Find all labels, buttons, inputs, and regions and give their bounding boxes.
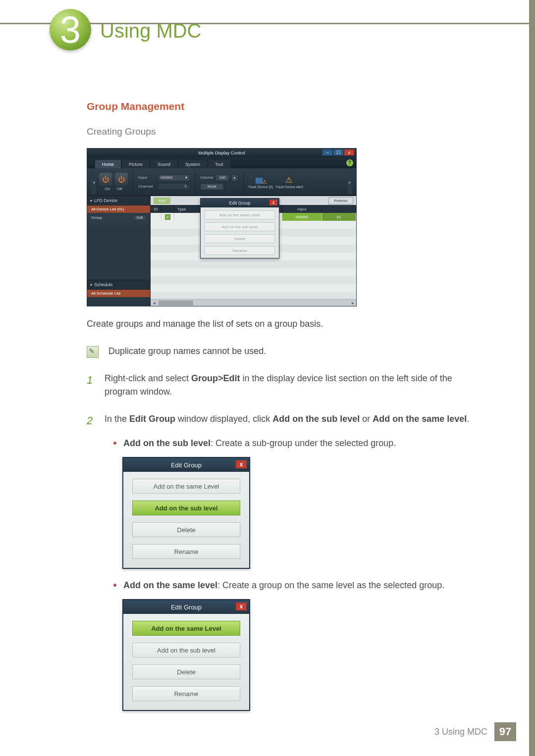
app-titlebar: Multiple Display Control – ☐ x [87,149,356,157]
bullet-list: Add on the same level: Create a group on… [113,579,478,592]
input-group: Input HDMI2 ▾ Channel ⇅ [138,174,190,190]
app-title: Multiple Display Control [198,151,245,155]
sidebar-all-schedule[interactable]: All Schedule List [87,290,150,297]
tab-picture[interactable]: Picture [122,160,150,168]
toolbar-separator [133,171,133,193]
tab-sound[interactable]: Sound [151,160,177,168]
power-off-label: Off [117,187,122,191]
step2-text-e: or [360,414,373,424]
cell-count: 21 [322,213,356,221]
channel-select: ⇅ [158,183,190,190]
toolbar-scroll-left[interactable]: ◂ [91,170,96,194]
dialog-rename[interactable]: Rename [132,544,240,559]
window-minimize-button[interactable]: – [322,150,332,155]
step2-bold-2: Add on the sub level [272,414,360,424]
mute-button[interactable]: Mute [200,183,224,190]
bullet-same-text: : Create a group on the same level as th… [217,580,444,590]
dialog-title-text: Edit Group [171,604,202,611]
dialog-title-text: Edit Group [171,461,202,469]
input-value: HDMI2 [160,175,173,180]
power-group: ⏻ ⏻ On Off [99,173,128,191]
chapter-title: Using MDC [100,20,201,42]
dialog-delete[interactable]: Delete [132,522,240,537]
dialog-title: Edit Group x [123,458,249,472]
grid-refresh-button[interactable]: Refresh [328,197,353,204]
volume-play-button[interactable]: ▸ [231,174,238,181]
app-toolbar: ◂ ⏻ ⏻ On Off Input HDMI2 ▾ [87,168,356,196]
help-icon[interactable]: ? [346,159,353,166]
sidebar: LFD Device All Device List (01) Group Ed… [87,196,151,306]
tab-system[interactable]: System [178,160,207,168]
scroll-right-icon[interactable]: ▸ [349,301,356,305]
popup-add-sub-level[interactable]: Add on the sub level [205,222,275,231]
sidebar-all-devices[interactable]: All Device List (01) [87,205,150,213]
fault-alert-label: Fault Device Alert [276,185,303,189]
step-2: 2 In the Edit Group window displayed, cl… [87,412,478,429]
cell-check[interactable]: ✓ [161,213,174,221]
popup-delete[interactable]: Delete [205,234,275,243]
subsection-heading: Creating Groups [87,126,478,137]
dialog-add-sub-level[interactable]: Add on the sub level [132,501,240,515]
dialog-delete[interactable]: Delete [132,664,240,679]
edit-group-dialog-same: Edit Group x Add on the same Level Add o… [122,599,250,711]
dialog-add-same-level[interactable]: Add on the same Level [132,479,240,494]
dialog-close-button[interactable]: x [236,460,247,468]
sidebar-schedule-header[interactable]: Schedule [87,280,150,290]
toolbar-scroll-right[interactable]: ▸ [347,170,352,194]
fault-device-label: Fault Device (0) [249,185,273,189]
window-close-button[interactable]: x [344,150,354,155]
grid-add-button[interactable]: Add [154,198,170,204]
dialog-add-same-level[interactable]: Add on the same Level [132,621,240,636]
window-maximize-button[interactable]: ☐ [333,150,343,155]
bullet-same-bold: Add on the same level [123,580,217,590]
page-content: Group Management Creating Groups Multipl… [87,101,478,711]
section-heading: Group Management [87,101,478,112]
power-on-button[interactable]: ⏻ [99,173,112,186]
dialog-close-button[interactable]: x [236,603,247,610]
fault-alert-button[interactable]: Fault Device Alert [276,175,303,189]
volume-value[interactable]: 100 [215,174,229,181]
dialog-rename[interactable]: Rename [132,686,240,701]
stepper-icon: ⇅ [184,184,187,189]
dialog-title: Edit Group x [123,600,249,614]
fault-device-button[interactable]: Fault Device (0) [249,175,273,189]
footer-page-number: 97 [494,722,516,741]
sidebar-edit-button[interactable]: Edit [133,215,146,220]
step2-bold-1: Edit Group [129,414,175,424]
mdc-app-window: Multiple Display Control – ☐ x ? Home Pi… [87,148,357,306]
popup-rename[interactable]: Rename [205,246,275,255]
sidebar-group-label: Group [91,215,102,220]
note: Duplicate group names cannot be used. [87,346,478,358]
edit-group-close-button[interactable]: x [269,200,277,205]
scroll-left-icon[interactable]: ◂ [151,301,158,305]
grid-scrollbar[interactable]: ◂ ▸ [151,299,356,306]
scroll-thumb[interactable] [159,301,193,305]
input-select[interactable]: HDMI2 ▾ [158,174,190,181]
cell-id [151,213,161,221]
toolbar-separator [195,171,195,193]
bullet-same-level: Add on the same level: Create a group on… [113,579,478,592]
sidebar-lfd-header[interactable]: LFD Device [87,196,150,205]
edit-group-title-text: Edit Group [229,201,250,205]
col-check [161,205,174,213]
popup-add-same-level[interactable]: Add on the same Level [205,210,275,219]
chapter-number-badge: 3 [50,9,91,50]
edit-group-popup: Edit Group x Add on the same Level Add o… [200,198,279,258]
warning-icon [284,175,295,184]
step1-text-a: Right-click and select [105,373,191,383]
channel-label: Channel [138,184,155,189]
step2-bold-3: Add on the same level [373,414,467,424]
cell-count-value: 21 [322,213,356,221]
bullet-list: Add on the sub level: Create a sub-group… [113,437,478,450]
tab-tool[interactable]: Tool [208,160,230,168]
bullet-sub-text: : Create a sub-group under the selected … [211,438,396,448]
dialog-add-sub-level[interactable]: Add on the sub level [132,643,240,657]
tab-home[interactable]: Home [95,160,121,168]
chevron-down-icon: ▾ [185,175,187,180]
power-off-button[interactable]: ⏻ [115,173,128,186]
bullet-sub-bold: Add on the sub level [123,438,211,448]
edit-group-title: Edit Group x [201,199,279,207]
edit-group-dialog-sub: Edit Group x Add on the same Level Add o… [122,457,250,569]
sidebar-group-row[interactable]: Group Edit [87,213,150,222]
col-count [322,205,356,213]
